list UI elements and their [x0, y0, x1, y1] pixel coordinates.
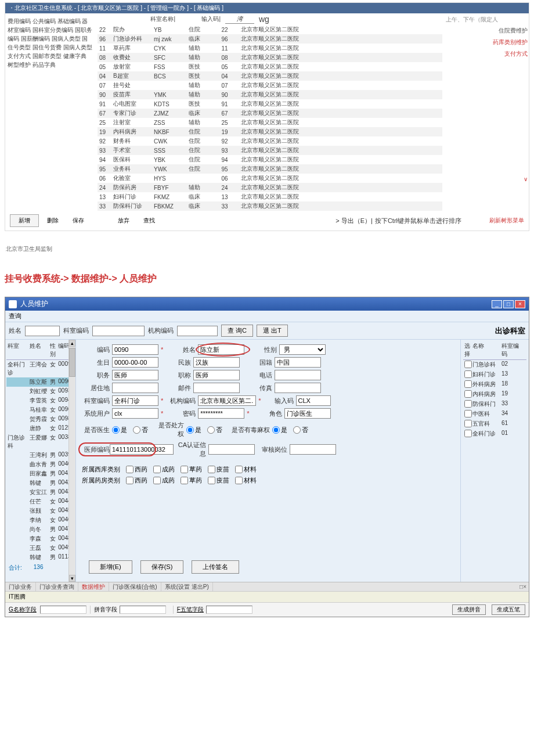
list-item[interactable]: 贺秀霞女0098 [6, 415, 74, 424]
tabs-winctrl[interactable]: □× [517, 582, 529, 591]
btn-gen-wb[interactable]: 生成五笔 [492, 604, 525, 615]
btn-save2[interactable]: 保存(S) [140, 560, 184, 574]
scroll-down-icon[interactable]: ▾ [69, 575, 75, 582]
chk-ym2[interactable] [208, 477, 215, 484]
chk-ca2[interactable] [181, 477, 188, 484]
radio-rx-yes[interactable] [186, 426, 194, 434]
list-scrollbar[interactable]: ▴ ▾ [68, 340, 75, 582]
input-audit[interactable] [290, 444, 336, 455]
chk-cl1[interactable] [235, 466, 243, 473]
table-row[interactable]: 06化验室HYS06北京市顺义区第二医院 [98, 174, 442, 183]
right-link[interactable]: 住院费维护 [446, 25, 528, 37]
input-title[interactable] [193, 370, 240, 380]
table-row[interactable]: 19内科病房NKBF住院19北京市顺义区第二医院 [98, 127, 442, 136]
list-item[interactable]: 马桂幸女0096 [6, 405, 74, 415]
list-item[interactable]: 韩键男0042 [6, 478, 74, 488]
out-row[interactable]: 外科病房18 [463, 380, 526, 390]
out-row[interactable]: 门急诊科02 [463, 360, 526, 370]
tip-refresh-tree[interactable]: 刷新树形菜单 [489, 217, 524, 225]
minimize-button[interactable]: _ [492, 300, 502, 308]
input-addr[interactable] [112, 383, 158, 393]
fld-wb[interactable] [206, 606, 252, 614]
table-row[interactable]: 08收费处SFC辅助08北京市顺义区第二医院 [98, 53, 442, 62]
input-org[interactable] [198, 395, 256, 406]
table-row[interactable]: 04B超室BCS医技04北京市顺义区第二医院 [98, 71, 442, 81]
scroll-up-icon[interactable]: ▴ [69, 340, 75, 347]
input-code[interactable] [112, 344, 158, 355]
btn-upload-sign[interactable]: 上传签名 [192, 560, 239, 574]
list-item[interactable]: 尚冬男0047 [6, 525, 74, 534]
out-row[interactable]: 防保科门33 [463, 399, 526, 409]
list-item[interactable]: 李森女0048 [6, 534, 74, 543]
close-button[interactable]: × [515, 300, 525, 308]
radio-isdoc-yes[interactable] [112, 426, 120, 434]
input-cert[interactable] [110, 444, 174, 455]
out-row[interactable]: 中医科34 [463, 409, 526, 419]
radio-drug-yes[interactable] [272, 426, 280, 434]
chk-ca1[interactable] [181, 466, 188, 473]
list-item[interactable]: 门急诊科王爱娜女0038 [6, 433, 74, 451]
input-sysuser[interactable] [112, 408, 158, 419]
btn-delete[interactable]: 删除 [41, 215, 64, 226]
tip-export[interactable]: > 导出（E）| [335, 217, 373, 225]
tab[interactable]: 数据维护 [78, 582, 109, 591]
input-ca[interactable] [208, 444, 255, 455]
tab[interactable]: 门诊医保核(合他) [109, 582, 161, 591]
radio-rx-no[interactable] [207, 426, 215, 434]
input-birth[interactable] [112, 357, 158, 368]
maximize-button[interactable]: □ [503, 300, 514, 308]
table-row[interactable]: 93手术室SSS住院93北京市顺义区第二医院 [98, 146, 442, 155]
fld-py[interactable] [120, 606, 166, 614]
input-nation[interactable] [193, 357, 240, 368]
chk-ym1[interactable] [208, 466, 215, 473]
input-pwd[interactable] [198, 408, 244, 419]
list-item[interactable]: 王湾利男0039 [6, 451, 74, 460]
input-deptcode[interactable] [92, 326, 145, 336]
table-row[interactable]: 11草药库CYK辅助11北京市顺义区第二医院 [98, 44, 442, 53]
input-orgcode[interactable] [177, 326, 218, 336]
table-row[interactable]: 67专家门诊ZJMZ临床67北京市顺义区第二医院 [98, 109, 442, 118]
btn-save[interactable]: 保存 [67, 215, 90, 226]
btn-exit[interactable]: 退 出T [257, 325, 288, 337]
fld-name[interactable] [40, 606, 86, 614]
list-item[interactable]: 田家鑫男0041 [6, 469, 74, 478]
chk-cy2[interactable] [153, 477, 161, 484]
out-row[interactable]: 全科门诊01 [463, 429, 526, 439]
right-link[interactable]: 支付方式 [446, 48, 528, 60]
right-link[interactable]: 药库类别维护 [446, 37, 528, 48]
app2-menubar[interactable]: 查询 [5, 311, 529, 322]
list-item[interactable]: 安宝江男0043 [6, 488, 74, 497]
input-name[interactable] [25, 326, 60, 336]
list-item[interactable]: 刘虹缨女0093 [6, 387, 74, 396]
table-row[interactable]: 05放射室FSS医技05北京市顺义区第二医院 [98, 62, 442, 71]
input-phone[interactable] [275, 370, 321, 380]
list-item[interactable]: 唐静女0125 [6, 424, 74, 433]
input-inputcode[interactable] [296, 395, 331, 406]
table-row[interactable]: 22院办YB住院22北京市顺义区第二医院 [98, 25, 442, 34]
radio-isdoc-no[interactable] [133, 426, 140, 434]
btn-find[interactable]: 查找 [138, 215, 161, 226]
table-row[interactable]: 95业务科YWK住院95北京市顺义区第二医院 [98, 164, 442, 174]
table-row[interactable]: 94医保科YBK住院94北京市顺义区第二医院 [98, 155, 442, 164]
person-list[interactable]: 科室 姓名 性别 编码 全科门诊王湾会女0009陈立斯男0090刘虹缨女0093… [5, 340, 76, 582]
btn-new2[interactable]: 新增(E) [89, 560, 132, 574]
table-row[interactable]: 24防保药房FBYF辅助24北京市顺义区第二医院 [98, 183, 442, 192]
list-item[interactable]: 李纳女0046 [6, 516, 74, 525]
app1-left-nav[interactable]: 费用编码 公共编码 基础编码 器材室编码 国科室分类编码 国职务编码 国薪酬编码… [5, 13, 95, 211]
table-row[interactable]: 91心电图室KDTS医技91北京市顺义区第二医院 [98, 99, 442, 109]
out-row[interactable]: 妇科门诊13 [463, 370, 526, 380]
btn-new[interactable]: 新增 [10, 214, 39, 227]
input-role[interactable] [284, 408, 331, 419]
out-row[interactable]: 五官科61 [463, 419, 526, 429]
table-row[interactable]: 13妇科门诊FKMZ临床13北京市顺义区第二医院 [98, 192, 442, 201]
btn-gen-py[interactable]: 生成拼音 [452, 604, 486, 615]
table-row[interactable]: 90疫苗库YMK辅助90北京市顺义区第二医院 [98, 90, 442, 99]
list-item[interactable]: 任芒女0044 [6, 497, 74, 506]
input-fax[interactable] [275, 383, 321, 393]
list-item[interactable]: 张颢女0045 [6, 506, 74, 516]
chk-cl2[interactable] [235, 477, 243, 484]
tab[interactable]: 门诊业务 [5, 582, 36, 591]
list-item[interactable]: 李雪英女0094 [6, 396, 74, 405]
list-item[interactable]: 韩键男0113 [6, 553, 74, 562]
list-item[interactable]: 王磊女0049 [6, 543, 74, 553]
